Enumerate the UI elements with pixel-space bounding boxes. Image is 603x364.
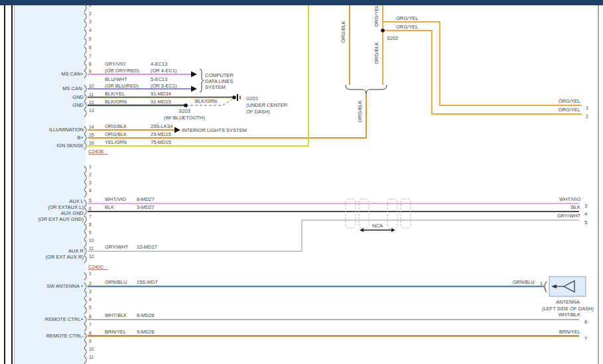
wire-split-brace [346,85,387,93]
sw-antenna-wire-label: GRN/BLU [513,279,535,285]
gnd-blk-grn-wire-label: 91-MD15 [151,99,171,105]
connector-3-pin-number: 4 [89,297,92,302]
rotated-wire-label: ORG/BLK [357,100,363,122]
connector-c240c-pin-number: 6 [89,206,92,211]
connector-c240c-pin-number: 4 [89,188,92,193]
connector-c240b-pin-bracket [84,110,86,117]
connector-3-pin-bracket [84,349,86,356]
connector-c240c-pin-number: 9 [89,230,92,235]
connector-c240b-pin-bracket [84,102,86,109]
connector-3-pin-bracket [84,283,86,290]
aux-r-wire [88,220,579,251]
signal-label: (OR EXTAUX L) [48,204,84,210]
signal-label: GND [72,102,84,108]
connector-c240c-pin-bracket [84,224,86,231]
connector-c240c-pin-number: 8 [89,222,92,227]
aux-r-wire-label: 10-MD27 [137,244,157,250]
org-yel-branch-2-label: 2 [586,113,588,119]
connector-c240b-pin-number: 9 [89,69,92,74]
diagram-text: (W/ BLUETOOTH) [164,115,205,121]
antenna-connector-icon [545,281,547,292]
connector-c240c-pin-bracket [84,174,86,182]
connector-c240b-pin-bracket [84,56,86,63]
connector-c240b-pin-number: 1 [89,3,92,7]
connector-c240b-pin-number: 7 [89,54,92,58]
remote-ctrl-plus-wire-label: 8-MD26 [137,312,155,318]
connector-3-pin-bracket [84,341,86,348]
aux-gnd-wire-label: BLK [571,204,580,210]
diagram-text: (UNDER CENTER [246,102,288,108]
connector-c240c-pin-number: 11 [89,246,94,251]
signal-label: B+ [78,135,84,141]
connector-c240c-pin-bracket [84,190,86,198]
ground-dot-g201 [232,95,236,99]
ms-can-minus-wire-label: (OR BLU/RED) [105,83,139,89]
connector-3-pin-number: 11 [89,355,94,359]
connector-c240c-pin-bracket [84,182,86,190]
signal-label: (OR EXT AUX R) [46,254,84,260]
connector-c240b-pin-number: 3 [89,19,92,24]
diagram-text: COMPUTER [205,72,234,78]
connector-c240b-pin-bracket [84,86,86,93]
org-yel-branch-2-label: ORG/YEL [396,24,418,30]
connector-c240b-pin-bracket [84,5,86,12]
splice-s202 [381,29,385,32]
connector-3-pin-bracket [84,357,86,364]
illumination-wire-label: 29S-LK34 [151,123,172,129]
diagram-text: OF DASH) [246,109,270,115]
connector-c240c-pin-bracket [84,200,86,208]
b-plus-wire-label: ORG/BLK [105,131,127,137]
connector-c240b-pin-bracket [84,135,86,142]
ms-can-minus-wire-label: BLU/WHT [105,76,127,82]
signal-label: REMOTE CTRL+ [45,316,84,322]
ms-can-plus-wire-label: GRY/VIO [105,61,125,67]
connector-c240b-pin-number: 5 [89,36,92,41]
connector-c240c-pin-number: 10 [89,238,94,243]
connector-c240c-pin-bracket [84,248,86,255]
aux-r-wire-label: GRY/WHT [105,244,129,250]
connector-c240b-pin-number: 15 [89,133,94,137]
connector-3-pin-number: 9 [89,339,92,343]
connector-c240b-pin-bracket [84,30,86,37]
connector-3-pin-bracket [84,324,86,332]
sw-antenna-wire-label: GRN/BLU [105,279,127,285]
connector-c240b-pin-number: 8 [89,62,92,66]
gnd-blk-yel-wire-label: 91-MD34 [151,91,171,97]
connector-c240c-pin-bracket [84,240,86,247]
remote-ctrl-plus-wire-label: 6 [584,319,587,325]
connector-c240b-pin-number: 10 [89,84,94,88]
connector-c240c-pin-bracket [84,256,86,263]
connector-c240b-pin-number: 14 [89,125,94,129]
signal-label: AUX R [68,248,84,254]
connector-c240c-pin-number: 2 [89,172,92,177]
remote-ctrl-minus-wire-label: BRN/YEL [559,329,580,335]
connector-c240c-pin-number: 5 [89,198,92,203]
connector-3-pin-number: 6 [89,314,92,319]
wire-arrow-icon [174,127,180,133]
rotated-wire-label: ORG/YEL [373,5,379,27]
connector-c240c-pin-bracket [84,166,86,174]
signal-label: MS CAN- [62,86,84,91]
gnd-blk-yel-wire-label: BLK/YEL [105,91,125,97]
signal-label: GND [72,94,84,100]
sw-antenna-wire-label: 1 [540,280,543,286]
connector-c240b-pin-bracket [84,47,86,54]
connector-c240b-pin-number: 2 [89,11,92,16]
aux-gnd-wire-label: BLK [105,204,114,210]
org-yel-branch-2 [383,30,582,114]
remote-ctrl-minus-wire-label: 7 [584,335,587,341]
connector-c240b-link[interactable]: C240B [88,149,103,154]
aux-l-wire-label: 8-MD27 [137,196,155,202]
connector-c240b-pin-bracket [84,21,86,29]
nca-arrow-right-icon [391,228,395,232]
connector-3-pin-bracket [84,316,86,324]
connector-3-pin-bracket [84,307,86,314]
diagram-text: S202 [387,35,399,41]
connector-c240c-pin-number: 12 [89,254,94,259]
connector-c240b-pin-number: 16 [89,141,94,145]
connector-3-pin-bracket [84,291,86,298]
connector-c240c-link[interactable]: C240C [88,264,104,270]
signal-label: REMOTE CTRL- [46,333,84,339]
signal-label: ILLUMINATION [49,127,84,133]
connector-3-pin-bracket [84,333,86,340]
